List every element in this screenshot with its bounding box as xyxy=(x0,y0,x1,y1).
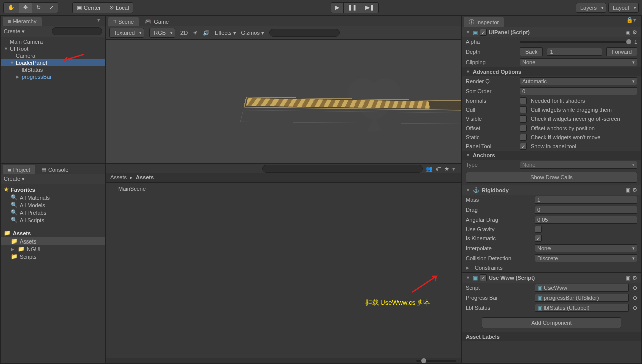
layout-dropdown[interactable]: Layout xyxy=(608,3,639,13)
object-picker-icon[interactable]: ⊙ xyxy=(633,285,637,291)
constraints-foldout[interactable]: ▶Constraints xyxy=(462,263,641,272)
scene-tab[interactable]: ⌗Scene xyxy=(108,17,139,26)
tree-item[interactable]: ▼UI Root xyxy=(1,45,105,52)
interp-dropdown[interactable]: None xyxy=(535,244,637,252)
help-icon[interactable]: ▣ xyxy=(625,29,630,36)
game-tab[interactable]: 🎮Game xyxy=(140,17,174,26)
anchors-header[interactable]: ▼Anchors xyxy=(462,151,641,160)
light-icon[interactable]: ☀ xyxy=(193,30,198,36)
breadcrumb-item[interactable]: Assets xyxy=(110,174,127,181)
clipping-dropdown[interactable]: None xyxy=(520,58,637,66)
layers-dropdown[interactable]: Layers xyxy=(576,3,606,13)
asset-item[interactable]: MainScene xyxy=(110,185,456,193)
play-button[interactable]: ▶ xyxy=(331,3,344,13)
tree-item-selected[interactable]: ▼LoaderPanel xyxy=(1,59,105,66)
favorites-item[interactable]: 🔍All Prefabs xyxy=(1,209,105,216)
component-enabled-checkbox[interactable] xyxy=(480,274,487,281)
cull-checkbox[interactable] xyxy=(520,106,527,113)
hand-tool[interactable]: ✋ xyxy=(4,3,19,13)
favorites-item[interactable]: 🔍All Materials xyxy=(1,194,105,201)
component-enabled-checkbox[interactable] xyxy=(480,29,487,36)
static-checkbox[interactable] xyxy=(520,134,527,141)
inspector-tab[interactable]: ⓘInspector xyxy=(464,17,504,27)
asset-search[interactable] xyxy=(262,165,423,173)
back-button[interactable]: Back xyxy=(520,47,543,56)
move-tool[interactable]: ✥ xyxy=(19,3,32,13)
script-field[interactable]: ▣UseWww xyxy=(535,284,629,292)
depth-field[interactable]: 1 xyxy=(547,48,602,56)
visible-checkbox[interactable] xyxy=(520,115,527,123)
lblstatus-field[interactable]: ▣lblStatus (UILabel) xyxy=(535,304,629,312)
zoom-slider[interactable] xyxy=(416,360,456,362)
favorites-item[interactable]: 🔍All Scripts xyxy=(1,216,105,224)
scene-search[interactable] xyxy=(269,29,340,37)
drag-field[interactable]: 0 xyxy=(535,206,637,214)
mass-field[interactable]: 1 xyxy=(535,196,637,204)
panel-menu-icon[interactable]: ▾≡ xyxy=(452,166,458,172)
favorites-item[interactable]: 🔍All Models xyxy=(1,201,105,209)
kinematic-checkbox[interactable] xyxy=(535,235,542,242)
hierarchy-tab[interactable]: ≡Hierarchy xyxy=(3,17,42,26)
gravity-checkbox[interactable] xyxy=(535,226,542,233)
filter-icon[interactable]: ★ xyxy=(444,166,449,172)
gear-icon[interactable]: ⚙ xyxy=(632,29,637,36)
folder-item[interactable]: 📁Scripts xyxy=(1,253,105,260)
tree-item[interactable]: ▶progressBar xyxy=(1,73,105,80)
normals-checkbox[interactable] xyxy=(520,97,527,104)
forward-button[interactable]: Forward xyxy=(606,47,637,56)
effects-dropdown[interactable]: Effects ▾ xyxy=(215,30,236,36)
component-header[interactable]: ▼ ▣ Use Www (Script) ▣ ⚙ xyxy=(462,273,641,283)
center-button[interactable]: ▣Center xyxy=(73,3,105,13)
panel-menu-icon[interactable]: ▾≡ xyxy=(97,17,103,26)
hierarchy-search[interactable] xyxy=(52,27,102,35)
lock-icon[interactable]: 🔒 xyxy=(626,17,633,27)
help-icon[interactable]: ▣ xyxy=(625,187,630,193)
collision-dropdown[interactable]: Discrete xyxy=(535,254,637,262)
gizmos-dropdown[interactable]: Gizmos ▾ xyxy=(241,30,264,36)
progressbar-field[interactable]: ▣progressBar (UISlider) xyxy=(535,294,629,302)
advanced-header[interactable]: ▼Advanced Options xyxy=(462,67,641,76)
help-icon[interactable]: ▣ xyxy=(625,275,630,281)
2d-toggle[interactable]: 2D xyxy=(180,30,188,36)
step-button[interactable]: ▶❚ xyxy=(361,3,378,13)
panel-menu-icon[interactable]: ▾≡ xyxy=(633,17,639,27)
add-component-button[interactable]: Add Component xyxy=(482,317,621,328)
favorites-header[interactable]: ★Favorites xyxy=(1,185,105,194)
assets-root[interactable]: 📁Assets xyxy=(1,229,105,237)
filter-icon[interactable]: 👥 xyxy=(426,166,433,172)
anchor-type-dropdown[interactable]: None xyxy=(520,161,637,169)
rotate-tool[interactable]: ↻ xyxy=(32,3,45,13)
render-dropdown[interactable]: RGB xyxy=(149,28,175,38)
create-dropdown[interactable]: Create ▾ xyxy=(4,176,25,182)
offset-checkbox[interactable] xyxy=(520,125,527,132)
object-picker-icon[interactable]: ⊙ xyxy=(633,295,637,301)
folder-item[interactable]: ▶📁NGUI xyxy=(1,245,105,253)
renderq-dropdown[interactable]: Automatic xyxy=(520,77,637,85)
paneltool-checkbox[interactable] xyxy=(520,143,527,150)
gear-icon[interactable]: ⚙ xyxy=(632,275,637,281)
filter-icon[interactable]: 🏷 xyxy=(436,166,441,172)
tree-item[interactable]: lblStatus xyxy=(1,66,105,73)
project-tab[interactable]: ■Project xyxy=(3,165,35,174)
audio-icon[interactable]: 🔊 xyxy=(203,30,210,36)
component-header[interactable]: ▼ ⚓ Rigidbody ▣ ⚙ xyxy=(462,185,641,195)
angdrag-field[interactable]: 0.05 xyxy=(535,216,637,224)
tree-item[interactable]: Camera xyxy=(1,52,105,59)
asset-grid[interactable]: MainScene 挂载 UseWww.cs 脚本 xyxy=(106,183,461,358)
alpha-slider[interactable] xyxy=(520,41,631,43)
create-dropdown[interactable]: Create ▾ xyxy=(4,28,25,35)
folder-item[interactable]: 📁Assets xyxy=(1,237,105,245)
asset-labels-header[interactable]: Asset Labels xyxy=(462,332,641,341)
tree-item[interactable]: Main Camera xyxy=(1,38,105,45)
object-picker-icon[interactable]: ⊙ xyxy=(633,305,637,311)
console-tab[interactable]: ▤Console xyxy=(36,165,73,174)
sort-field[interactable]: 0 xyxy=(520,87,637,95)
breadcrumb-item[interactable]: Assets xyxy=(136,174,154,181)
scale-tool[interactable]: ⤢ xyxy=(45,3,58,13)
component-header[interactable]: ▼ ▣ UIPanel (Script) ▣ ⚙ xyxy=(462,27,641,37)
shading-dropdown[interactable]: Textured xyxy=(109,28,144,38)
show-draw-calls-button[interactable]: Show Draw Calls xyxy=(466,172,637,183)
local-button[interactable]: ⊙Local xyxy=(105,3,133,13)
pause-button[interactable]: ❚❚ xyxy=(344,3,361,13)
gear-icon[interactable]: ⚙ xyxy=(632,187,637,193)
